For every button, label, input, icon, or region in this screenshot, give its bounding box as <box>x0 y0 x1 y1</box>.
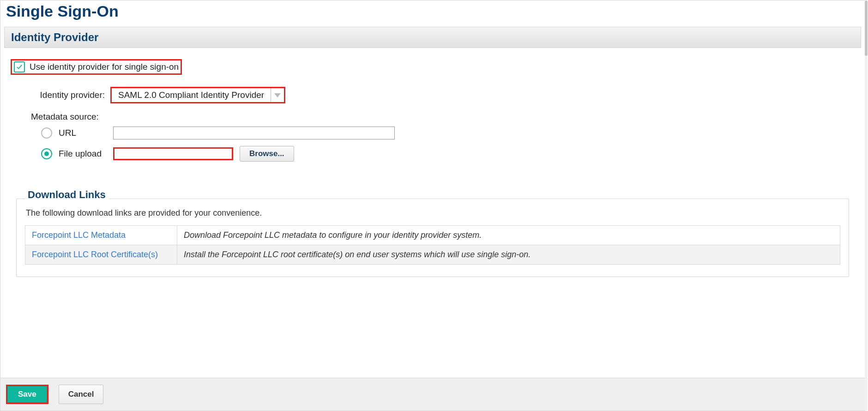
metadata-url-input[interactable] <box>113 127 395 139</box>
idp-select-row: Identity provider: SAML 2.0 Compliant Id… <box>31 87 855 103</box>
footer-bar: Save Cancel <box>0 378 865 411</box>
browse-button[interactable]: Browse... <box>240 146 294 162</box>
save-highlight: Save <box>6 385 48 404</box>
idp-form-area: Identity provider: SAML 2.0 Compliant Id… <box>31 87 855 162</box>
metadata-download-description: Download Forcepoint LLC metadata to conf… <box>177 226 840 245</box>
metadata-download-link[interactable]: Forcepoint LLC Metadata <box>32 230 126 240</box>
download-links-description: The following download links are provide… <box>26 208 840 218</box>
table-row: Forcepoint LLC Root Certificate(s) Insta… <box>25 245 840 265</box>
save-button[interactable]: Save <box>7 386 47 403</box>
root-cert-download-link[interactable]: Forcepoint LLC Root Certificate(s) <box>32 250 158 259</box>
download-links-fieldset: Download Links The following download li… <box>16 199 849 277</box>
download-links-table: Forcepoint LLC Metadata Download Forcepo… <box>25 225 840 265</box>
metadata-url-row: URL <box>41 127 855 139</box>
page-container: Single Sign-On Identity Provider Use ide… <box>0 0 865 411</box>
table-row: Forcepoint LLC Metadata Download Forcepo… <box>25 226 840 245</box>
metadata-file-input[interactable] <box>113 147 233 160</box>
checkmark-icon <box>16 64 23 70</box>
identity-provider-content: Use identity provider for single sign-on… <box>0 48 865 281</box>
page-title: Single Sign-On <box>6 2 865 20</box>
idp-select-value: SAML 2.0 Compliant Identity Provider <box>112 88 271 102</box>
metadata-url-label: URL <box>59 128 113 138</box>
download-links-legend: Download Links <box>25 189 108 201</box>
use-idp-checkbox-label: Use identity provider for single sign-on <box>30 62 179 72</box>
use-idp-highlight: Use identity provider for single sign-on <box>11 59 182 75</box>
identity-provider-section-header: Identity Provider <box>4 27 861 48</box>
idp-select-label: Identity provider: <box>31 90 105 100</box>
cancel-button[interactable]: Cancel <box>59 385 104 404</box>
chevron-down-icon <box>274 93 281 97</box>
root-cert-download-description: Install the Forcepoint LLC root certific… <box>177 245 840 265</box>
metadata-url-radio[interactable] <box>41 127 52 139</box>
metadata-file-label: File upload <box>59 149 113 159</box>
use-idp-checkbox[interactable] <box>14 61 25 73</box>
metadata-source-block: Metadata source: URL File upload Browse.… <box>31 112 855 162</box>
scrollbar-thumb[interactable] <box>865 0 868 56</box>
idp-select[interactable]: SAML 2.0 Compliant Identity Provider <box>110 87 285 103</box>
metadata-file-row: File upload Browse... <box>41 146 855 162</box>
identity-provider-heading: Identity Provider <box>11 31 854 44</box>
idp-select-arrow <box>271 88 284 102</box>
metadata-file-radio[interactable] <box>41 148 52 159</box>
vertical-scrollbar[interactable] <box>865 0 868 411</box>
metadata-source-label: Metadata source: <box>31 112 855 122</box>
